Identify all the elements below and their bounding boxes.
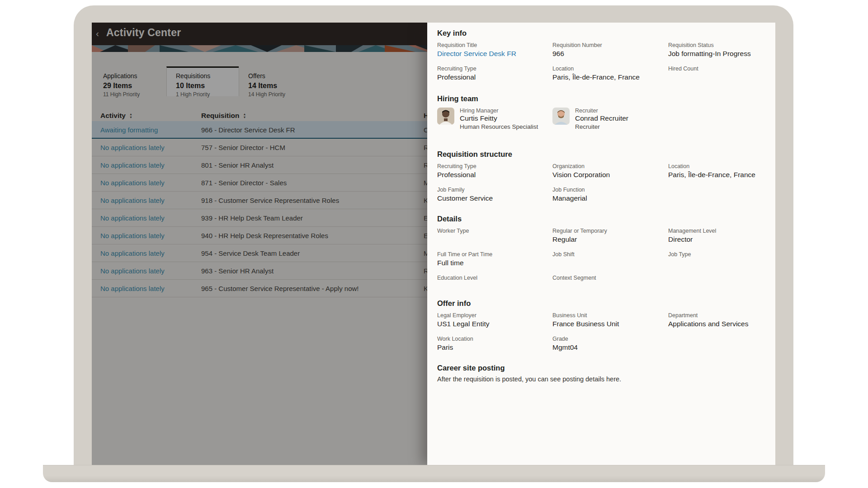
column-label: Activity bbox=[100, 112, 126, 120]
table-row[interactable]: No applications lately940 - HR Help Desk… bbox=[92, 227, 427, 244]
table-row[interactable]: Awaiting formatting966 - Director Servic… bbox=[92, 121, 427, 139]
field: Worker Type bbox=[437, 228, 552, 244]
sort-up-icon: ▲ bbox=[129, 113, 132, 116]
team-member-recruiter: RecruiterConrad RecruiterRecruiter bbox=[552, 108, 775, 131]
activity-link[interactable]: No applications lately bbox=[100, 179, 165, 187]
screen: ‹ Activity Center bbox=[92, 23, 775, 465]
field: Context Segment bbox=[552, 275, 668, 291]
activity-list-pane: ‹ Activity Center bbox=[92, 23, 427, 465]
requisition-label: 801 - Senior HR Analyst bbox=[201, 161, 274, 169]
member-info: RecruiterConrad RecruiterRecruiter bbox=[575, 108, 628, 131]
field-value bbox=[437, 235, 552, 244]
field-label: Organization bbox=[552, 163, 668, 169]
hidden-column-text: R bbox=[424, 267, 427, 275]
hiring-team-row: Hiring ManagerCurtis FeittyHuman Resourc… bbox=[437, 108, 775, 131]
field: Education Level bbox=[437, 275, 552, 291]
field: Requisition Number966 bbox=[552, 42, 668, 58]
table-row[interactable]: No applications lately965 - Customer Ser… bbox=[92, 280, 427, 297]
table-row[interactable]: No applications lately954 - Service Desk… bbox=[92, 244, 427, 262]
tab-priority-count: 1 High Priority bbox=[176, 91, 239, 98]
field-row: Full Time or Part TimeFull timeJob Shift… bbox=[437, 251, 775, 267]
field-label: Worker Type bbox=[437, 228, 552, 234]
sort-icon[interactable]: ▲▼ bbox=[243, 113, 246, 119]
field-label: Recruiting Type bbox=[437, 66, 552, 72]
field-row: Recruiting TypeProfessionalOrganizationV… bbox=[437, 163, 775, 179]
section-heading-key-info: Key info bbox=[437, 28, 775, 38]
field-row: Requisition TitleDirector Service Desk F… bbox=[437, 42, 775, 58]
field-row: Job FamilyCustomer ServiceJob FunctionMa… bbox=[437, 187, 775, 202]
field: LocationParis, Île-de-France, France bbox=[552, 66, 668, 81]
activity-link[interactable]: No applications lately bbox=[100, 232, 165, 239]
field-label: Location bbox=[668, 163, 775, 169]
section-career-site-posting: Career site postingAfter the requisition… bbox=[437, 363, 775, 383]
activity-link[interactable]: No applications lately bbox=[100, 144, 165, 151]
field-value[interactable]: Director Service Desk FR bbox=[437, 49, 552, 58]
field-label: Regular or Temporary bbox=[552, 228, 668, 234]
field-value: Professional bbox=[437, 170, 552, 179]
section-heading-details: Details bbox=[437, 214, 775, 223]
tab-applications[interactable]: Applications29 Items11 High Priority bbox=[94, 66, 166, 96]
tabs: Applications29 Items11 High PriorityRequ… bbox=[94, 66, 311, 96]
table-row[interactable]: No applications lately757 - Senior Direc… bbox=[92, 139, 427, 156]
field-value bbox=[552, 258, 668, 267]
banner-art bbox=[92, 45, 427, 52]
field: Requisition TitleDirector Service Desk F… bbox=[437, 42, 552, 58]
field-value: Job formatting-In Progress bbox=[668, 49, 775, 58]
hiring-manager-avatar bbox=[437, 108, 454, 125]
activity-link[interactable]: No applications lately bbox=[100, 249, 165, 257]
field-label: Job Family bbox=[437, 187, 552, 193]
field-label: Job Function bbox=[552, 187, 668, 193]
sort-icon[interactable]: ▲▼ bbox=[129, 113, 132, 119]
tab-requisitions[interactable]: Requisitions10 Items1 High Priority bbox=[166, 66, 239, 96]
requisition-label: 963 - Senior HR Analyst bbox=[201, 267, 274, 275]
activity-link[interactable]: No applications lately bbox=[100, 267, 165, 275]
field: OrganizationVision Corporation bbox=[552, 163, 668, 179]
field-value: Paris, Île-de-France, France bbox=[668, 170, 775, 179]
member-job-title: Recruiter bbox=[575, 123, 628, 131]
section-heading-hiring-team: Hiring team bbox=[437, 94, 775, 103]
activity-link[interactable]: Awaiting formatting bbox=[100, 126, 158, 133]
laptop-frame: ‹ Activity Center bbox=[74, 5, 793, 465]
field-value: France Business Unit bbox=[552, 319, 668, 328]
field: Regular or TemporaryRegular bbox=[552, 228, 668, 244]
activity-link[interactable]: No applications lately bbox=[100, 197, 165, 204]
activity-link[interactable]: No applications lately bbox=[100, 285, 165, 292]
table-row[interactable]: No applications lately871 - Senior Direc… bbox=[92, 174, 427, 192]
member-role-label: Recruiter bbox=[575, 108, 628, 114]
field-value: Regular bbox=[552, 235, 668, 244]
field: GradeMgmt04 bbox=[552, 336, 668, 352]
field: Job Type bbox=[668, 251, 775, 267]
column-label: Requisition bbox=[201, 112, 239, 120]
hidden-column-text: M bbox=[424, 179, 427, 187]
tab-offers[interactable]: Offers14 Items14 High Priority bbox=[239, 66, 311, 96]
field-label: Location bbox=[552, 66, 668, 72]
field-value: Customer Service bbox=[437, 194, 552, 202]
column-header-hidden-partial: H bbox=[424, 112, 427, 120]
hidden-column-text: M bbox=[424, 249, 427, 257]
recruiter-avatar bbox=[552, 108, 570, 125]
hidden-column-text: K bbox=[424, 285, 427, 292]
back-chevron-icon[interactable]: ‹ bbox=[96, 28, 99, 39]
field-label: Requisition Status bbox=[668, 42, 775, 48]
section-heading-career-site-posting: Career site posting bbox=[437, 363, 775, 372]
column-header-activity[interactable]: Activity▲▼ bbox=[100, 112, 132, 120]
activity-link[interactable]: No applications lately bbox=[100, 161, 165, 169]
member-name: Curtis Feitty bbox=[460, 114, 538, 122]
field-label: Full Time or Part Time bbox=[437, 251, 552, 258]
tab-items-count: 29 Items bbox=[103, 82, 166, 90]
table-row[interactable]: No applications lately918 - Customer Ser… bbox=[92, 192, 427, 209]
field-value: Full time bbox=[437, 258, 552, 267]
table-row[interactable]: No applications lately801 - Senior HR An… bbox=[92, 156, 427, 174]
table-row[interactable]: No applications lately939 - HR Help Desk… bbox=[92, 209, 427, 227]
field-label: Requisition Title bbox=[437, 42, 552, 48]
field-label: Education Level bbox=[437, 275, 552, 281]
table-row[interactable]: No applications lately963 - Senior HR An… bbox=[92, 262, 427, 280]
tab-items-count: 14 Items bbox=[248, 82, 311, 90]
field: LocationParis, Île-de-France, France bbox=[668, 163, 775, 179]
sort-up-icon: ▲ bbox=[243, 113, 246, 116]
section-heading-offer-info: Offer info bbox=[437, 299, 775, 308]
tab-items-count: 10 Items bbox=[176, 82, 239, 90]
column-header-requisition[interactable]: Requisition▲▼ bbox=[201, 112, 246, 120]
activity-link[interactable]: No applications lately bbox=[100, 214, 165, 222]
member-info: Hiring ManagerCurtis FeittyHuman Resourc… bbox=[460, 108, 538, 131]
